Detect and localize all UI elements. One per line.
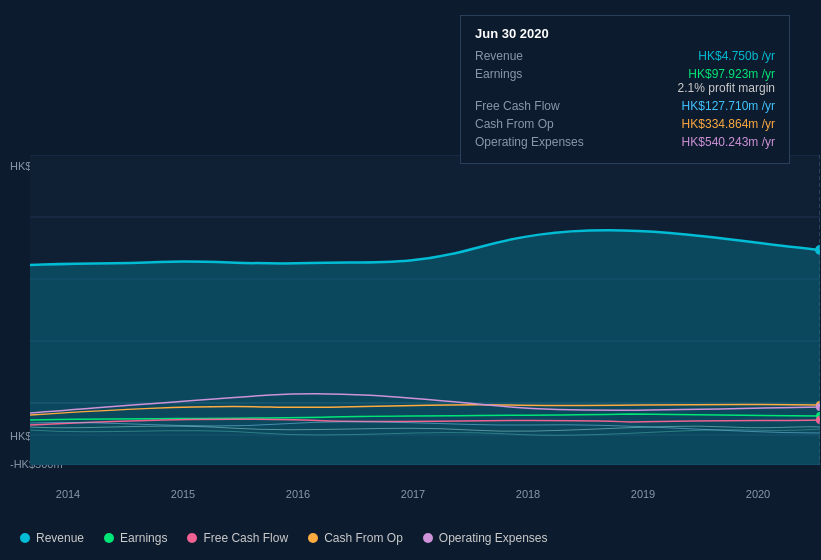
legend-label-revenue: Revenue: [36, 531, 84, 545]
tooltip-label-earnings: Earnings: [475, 67, 605, 81]
tooltip-value-opex: HK$540.243m /yr: [605, 135, 775, 149]
chart-container: Jun 30 2020 Revenue HK$4.750b /yr Earnin…: [0, 0, 821, 560]
legend-item-opex[interactable]: Operating Expenses: [423, 531, 548, 545]
legend-label-earnings: Earnings: [120, 531, 167, 545]
tooltip-label-opex: Operating Expenses: [475, 135, 605, 149]
legend-dot-cashfromop: [308, 533, 318, 543]
legend-dot-earnings: [104, 533, 114, 543]
tooltip-label-revenue: Revenue: [475, 49, 605, 63]
tooltip-value-revenue: HK$4.750b /yr: [605, 49, 775, 63]
tooltip-row-opex: Operating Expenses HK$540.243m /yr: [475, 135, 775, 149]
tooltip-margin: 2.1% profit margin: [678, 81, 775, 95]
legend-label-opex: Operating Expenses: [439, 531, 548, 545]
legend-dot-opex: [423, 533, 433, 543]
tooltip-value-fcf: HK$127.710m /yr: [605, 99, 775, 113]
x-label-2015: 2015: [171, 488, 195, 500]
tooltip-value-earnings: HK$97.923m /yr 2.1% profit margin: [605, 67, 775, 95]
legend-label-cashfromop: Cash From Op: [324, 531, 403, 545]
x-label-2019: 2019: [631, 488, 655, 500]
legend-item-fcf[interactable]: Free Cash Flow: [187, 531, 288, 545]
tooltip-row-fcf: Free Cash Flow HK$127.710m /yr: [475, 99, 775, 113]
legend-item-cashfromop[interactable]: Cash From Op: [308, 531, 403, 545]
tooltip-box: Jun 30 2020 Revenue HK$4.750b /yr Earnin…: [460, 15, 790, 164]
legend-dot-fcf: [187, 533, 197, 543]
tooltip-row-earnings: Earnings HK$97.923m /yr 2.1% profit marg…: [475, 67, 775, 95]
x-label-2020: 2020: [746, 488, 770, 500]
x-label-2017: 2017: [401, 488, 425, 500]
legend: Revenue Earnings Free Cash Flow Cash Fro…: [20, 531, 548, 545]
x-label-2016: 2016: [286, 488, 310, 500]
x-label-2014: 2014: [56, 488, 80, 500]
x-label-2018: 2018: [516, 488, 540, 500]
tooltip-row-revenue: Revenue HK$4.750b /yr: [475, 49, 775, 63]
tooltip-label-fcf: Free Cash Flow: [475, 99, 605, 113]
tooltip-row-cashfromop: Cash From Op HK$334.864m /yr: [475, 117, 775, 131]
legend-label-fcf: Free Cash Flow: [203, 531, 288, 545]
chart-svg: [30, 155, 820, 465]
legend-item-revenue[interactable]: Revenue: [20, 531, 84, 545]
legend-dot-revenue: [20, 533, 30, 543]
legend-item-earnings[interactable]: Earnings: [104, 531, 167, 545]
tooltip-label-cashfromop: Cash From Op: [475, 117, 605, 131]
tooltip-value-cashfromop: HK$334.864m /yr: [605, 117, 775, 131]
tooltip-date: Jun 30 2020: [475, 26, 775, 41]
